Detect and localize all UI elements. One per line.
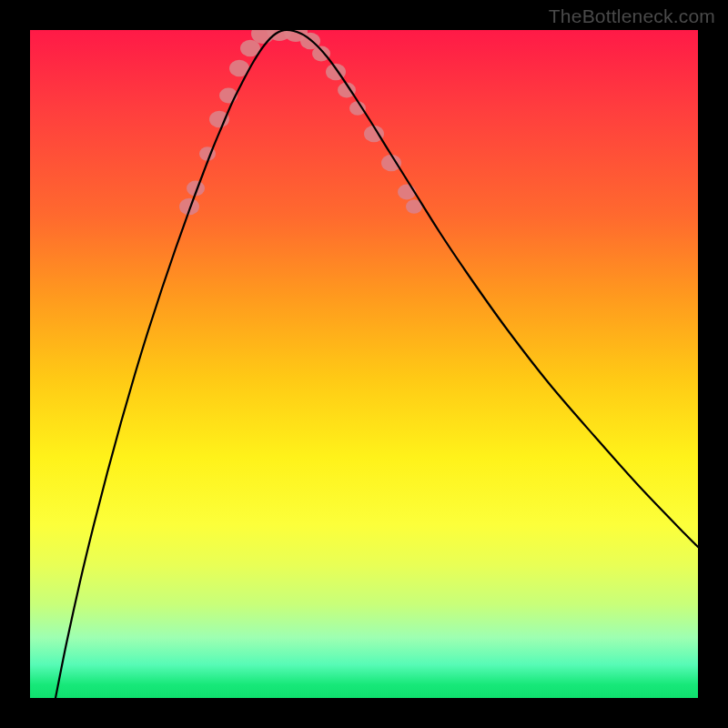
watermark-text: TheBottleneck.com <box>549 5 715 27</box>
heatmap-background <box>30 30 698 698</box>
chart-frame: TheBottleneck.com <box>0 0 728 728</box>
